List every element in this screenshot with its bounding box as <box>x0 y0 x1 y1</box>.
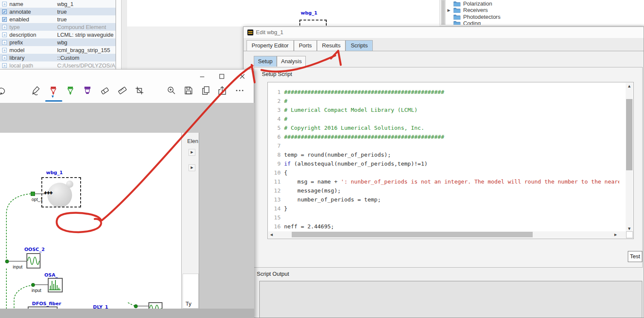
pencil-tool-icon[interactable] <box>65 85 76 96</box>
share-tool-icon[interactable] <box>217 85 228 96</box>
property-value[interactable]: wbg <box>57 39 116 46</box>
zoom-tool-icon[interactable] <box>166 85 177 96</box>
code-line-15[interactable]: 15 <box>268 213 619 222</box>
property-row-model[interactable]: amodellcml_bragg_strip_155 <box>0 46 116 54</box>
type-filter-box: Ty <box>183 274 199 309</box>
tree-item-polarization[interactable]: Polarization <box>447 0 492 7</box>
horizontal-scrollbar[interactable]: ◄ ► <box>268 231 627 238</box>
port-dot-oosc[interactable] <box>5 260 9 263</box>
subtab-setup[interactable]: Setup <box>254 56 277 67</box>
edit-dialog: Edit wbg_1 Property EditorPortsResultsSc… <box>243 26 644 318</box>
scroll-right-icon[interactable]: ► <box>612 231 619 238</box>
element-osa[interactable] <box>48 278 63 292</box>
tree-item-photodetectors[interactable]: Photodetectors <box>447 13 500 20</box>
text-icon: a <box>2 40 7 45</box>
tab-property-editor[interactable]: Property Editor <box>247 40 294 51</box>
touch-writing-tool-icon[interactable] <box>31 85 42 96</box>
chevron-down-icon[interactable]: ▼ <box>51 94 55 99</box>
vertical-scrollbar[interactable]: ▲ ▼ <box>626 83 633 232</box>
tree-item-label: Polarization <box>463 0 492 7</box>
code-line-3[interactable]: 3# Lumerical Compact Model Library (LCML… <box>268 105 619 114</box>
code-line-2[interactable]: 2# <box>268 96 619 105</box>
copy-tool-icon[interactable] <box>200 85 212 96</box>
small-sphere-icon <box>66 181 73 188</box>
line-number: 5 <box>268 123 281 132</box>
scroll-up-icon[interactable]: ▲ <box>626 83 633 89</box>
line-text: temp = round(number_of_periods); <box>284 150 391 159</box>
property-row-prefix[interactable]: aprefixwbg <box>0 38 116 46</box>
tree-item-coding[interactable]: Coding <box>447 20 481 25</box>
close-button[interactable] <box>239 73 246 80</box>
script-output-box[interactable] <box>259 281 642 318</box>
property-row-enabled[interactable]: ✓enabledtrue <box>0 15 116 23</box>
code-line-13[interactable]: 13 number_of_periods = temp; <box>268 195 619 204</box>
tree-item-label: Photodetectors <box>463 14 500 20</box>
property-row-local-path[interactable]: alocal pathC:/Users/DPOLYZOS/A <box>0 61 116 69</box>
tree-scrollbar[interactable] <box>441 0 446 25</box>
code-line-11[interactable]: 11 msg = name + ': nunber_of_periods is … <box>268 177 619 186</box>
code-line-9[interactable]: 9if (almostequal(number_of_periods,temp)… <box>268 159 619 168</box>
code-line-6[interactable]: 6#######################################… <box>268 132 619 141</box>
tab-ports[interactable]: Ports <box>294 40 317 51</box>
redo-tool-icon[interactable] <box>0 85 8 96</box>
property-value[interactable]: wbg_1 <box>57 1 116 7</box>
code-line-4[interactable]: 4# <box>268 114 619 123</box>
eraser-tool-icon[interactable] <box>99 85 110 96</box>
element-wbg1-top[interactable] <box>299 20 327 26</box>
crop-tool-icon[interactable] <box>134 85 145 96</box>
expand-arrow-icon-2[interactable]: ▶ <box>189 164 195 171</box>
element-oosc2[interactable] <box>26 253 41 268</box>
highlighter-tool-icon[interactable] <box>82 85 93 96</box>
port-square-opt1[interactable] <box>31 192 35 196</box>
property-row-name[interactable]: anamewbg_1 <box>0 0 116 8</box>
code-line-7[interactable]: 7 <box>268 141 619 150</box>
property-row-annotate[interactable]: ✓annotatetrue <box>0 8 116 15</box>
expand-arrow-icon[interactable]: ▶ <box>189 149 195 156</box>
element-label-dfos: DFOS_fiber <box>32 301 61 306</box>
property-row-type[interactable]: atypeCompound Element <box>0 23 116 31</box>
code-line-1[interactable]: 1#######################################… <box>268 88 619 96</box>
property-row-library[interactable]: alibrary::Custom <box>0 54 116 61</box>
vertical-scroll-thumb[interactable] <box>626 99 632 170</box>
property-value[interactable]: lcml_bragg_strip_155 <box>57 47 116 53</box>
minimize-button[interactable] <box>199 73 206 80</box>
property-value[interactable]: ::Custom <box>57 55 116 61</box>
property-value[interactable]: C:/Users/DPOLYZOS/A <box>57 62 116 69</box>
tab-results[interactable]: Results <box>317 40 345 51</box>
horizontal-scroll-thumb[interactable] <box>292 232 533 237</box>
wire-osa[interactable] <box>14 285 33 309</box>
tab-scripts[interactable]: Scripts <box>345 40 373 51</box>
code-line-10[interactable]: 10{ <box>268 168 619 177</box>
expand-arrow-icon[interactable]: ▶ <box>447 8 453 12</box>
element-library-label-truncated: Elen <box>187 138 198 144</box>
scroll-left-icon[interactable]: ◄ <box>268 231 275 238</box>
save-tool-icon[interactable] <box>183 85 194 96</box>
port-dot-osa[interactable] <box>31 283 35 287</box>
property-row-description[interactable]: adescriptionLCML: strip waveguide <box>0 31 116 38</box>
checkbox-checked-icon[interactable]: ✓ <box>2 9 7 14</box>
subtab-analysis[interactable]: Analysis <box>277 56 306 67</box>
port-dot-bottom[interactable] <box>134 304 138 308</box>
code-line-8[interactable]: 8temp = round(number_of_periods); <box>268 150 619 159</box>
property-value[interactable]: LCML: strip waveguide <box>57 32 116 38</box>
line-number: 8 <box>268 150 281 159</box>
tree-item-receivers[interactable]: ▶Receivers <box>447 7 488 14</box>
more-tool-icon[interactable] <box>234 85 245 96</box>
code-line-14[interactable]: 14} <box>268 204 619 213</box>
code-line-12[interactable]: 12 message(msg); <box>268 186 619 195</box>
property-value[interactable]: true <box>57 9 116 15</box>
code-line-16[interactable]: 16neff = 2.44695; <box>268 222 619 231</box>
maximize-button[interactable] <box>218 73 225 80</box>
text-icon: a <box>2 32 7 37</box>
script-editor[interactable]: 1#######################################… <box>267 82 634 239</box>
property-value[interactable]: Compound Element <box>57 24 116 30</box>
test-button[interactable]: Test <box>628 251 642 262</box>
element-bottom-sine[interactable] <box>148 302 162 309</box>
property-value[interactable]: true <box>57 16 116 23</box>
scroll-down-icon[interactable]: ▼ <box>626 225 633 232</box>
dialog-subtab-bar: SetupAnalysis <box>254 54 306 67</box>
dialog-titlebar[interactable]: Edit wbg_1 <box>244 27 644 38</box>
checkbox-checked-icon[interactable]: ✓ <box>2 17 7 22</box>
code-line-5[interactable]: 5# Copyright 2016 Lumerical Solutions, I… <box>268 123 619 132</box>
ruler-tool-icon[interactable] <box>117 85 128 96</box>
